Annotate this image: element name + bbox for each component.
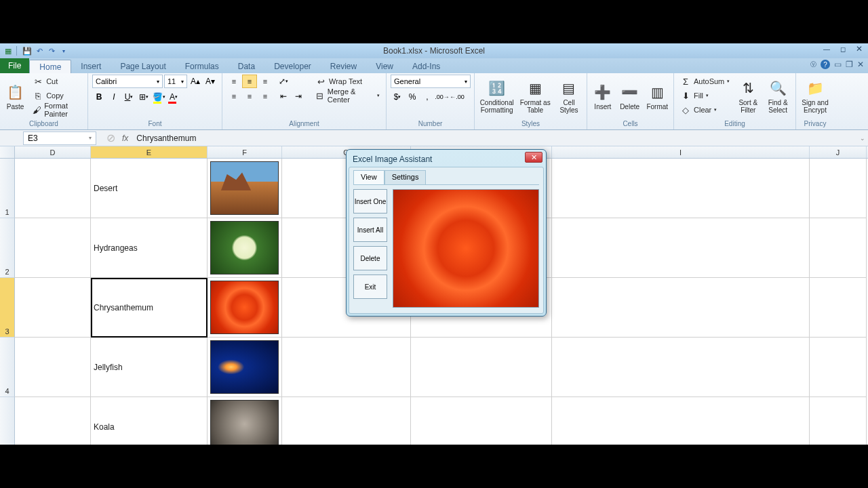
window-close-inner-icon[interactable]: ✕ — [857, 60, 864, 69]
cell-J2[interactable] — [810, 218, 867, 278]
window-restore-inner-icon[interactable]: ❐ — [846, 60, 853, 69]
dialog-tab-settings[interactable]: Settings — [384, 170, 427, 184]
cell-I2[interactable] — [552, 218, 810, 278]
tab-page-layout[interactable]: Page Layout — [111, 60, 175, 73]
cell-E3[interactable]: Chrysanthemum — [91, 278, 208, 338]
number-format-combo[interactable]: General▾ — [391, 75, 471, 88]
percent-button[interactable]: % — [406, 90, 419, 104]
col-header-J[interactable]: J — [810, 146, 867, 158]
align-left-button[interactable]: ≡ — [226, 89, 241, 103]
copy-button[interactable]: ⎘Copy — [31, 89, 83, 102]
align-center-button[interactable]: ≡ — [242, 89, 257, 103]
cell-H4[interactable] — [411, 338, 552, 397]
row-header-4[interactable]: 4 — [0, 338, 15, 397]
cell-J1[interactable] — [810, 159, 867, 218]
find-select-button[interactable]: 🔍Find & Select — [764, 75, 791, 118]
cell-D1[interactable] — [15, 159, 91, 218]
increase-indent-button[interactable]: ⇥ — [292, 89, 305, 103]
desert-thumbnail[interactable] — [210, 161, 279, 215]
increase-decimal-button[interactable]: .00→ — [435, 90, 449, 104]
cell-G4[interactable] — [282, 338, 411, 397]
row-header-3[interactable]: 3 — [0, 278, 15, 338]
sort-filter-button[interactable]: ⇅Sort & Filter — [736, 75, 760, 118]
cell-F4[interactable] — [208, 338, 282, 397]
help-dropdown-icon[interactable]: ⓥ — [810, 60, 816, 69]
col-header-F[interactable]: F — [208, 146, 282, 158]
clear-button[interactable]: ◇Clear▾ — [678, 103, 732, 117]
cell-E5[interactable]: Koala — [91, 397, 208, 445]
cell-E4[interactable]: Jellyfish — [91, 338, 208, 397]
row-header-5[interactable]: 5 — [0, 397, 15, 445]
chrys-thumbnail[interactable] — [210, 281, 279, 334]
cell-I3[interactable] — [552, 278, 810, 338]
restore-button[interactable]: ◻ — [835, 44, 850, 54]
border-button[interactable]: ⊞▾ — [137, 90, 151, 104]
qat-customize-icon[interactable]: ▾ — [58, 45, 69, 56]
cell-D3[interactable] — [15, 278, 91, 338]
font-size-combo[interactable]: 11▾ — [164, 75, 187, 88]
increase-font-button[interactable]: A▴ — [189, 75, 202, 88]
tab-add-ins[interactable]: Add-Ins — [403, 60, 450, 73]
cell-F3[interactable] — [208, 278, 282, 338]
save-icon[interactable]: 💾 — [22, 45, 33, 56]
italic-button[interactable]: I — [107, 90, 121, 104]
tab-view[interactable]: View — [366, 60, 403, 73]
insert-one-button[interactable]: Insert One — [353, 189, 387, 214]
cell-J5[interactable] — [810, 397, 867, 445]
format-as-table-button[interactable]: ▦Format as Table — [519, 75, 551, 118]
bold-button[interactable]: B — [92, 90, 106, 104]
redo-icon[interactable]: ↷ — [46, 45, 57, 56]
hydrangea-thumbnail[interactable] — [210, 221, 279, 274]
autosum-button[interactable]: ΣAutoSum▾ — [678, 75, 732, 88]
cell-I5[interactable] — [552, 397, 810, 445]
decrease-indent-button[interactable]: ⇤ — [277, 89, 290, 103]
cell-D4[interactable] — [15, 338, 91, 397]
cell-F2[interactable] — [208, 218, 282, 278]
align-middle-button[interactable]: ≡ — [242, 75, 257, 88]
col-header-D[interactable]: D — [15, 146, 91, 158]
help-icon[interactable]: ? — [821, 60, 830, 69]
koala-thumbnail[interactable] — [210, 400, 279, 445]
insert-cells-button[interactable]: ➕Insert — [591, 75, 614, 118]
col-header-I[interactable]: I — [552, 146, 810, 158]
row-header-2[interactable]: 2 — [0, 218, 15, 278]
paste-button[interactable]: 📋 Paste — [4, 75, 26, 118]
undo-icon[interactable]: ↶ — [34, 45, 45, 56]
cell-I1[interactable] — [552, 159, 810, 218]
orientation-button[interactable]: ⤢▾ — [277, 75, 290, 88]
cut-button[interactable]: ✂Cut — [31, 75, 83, 88]
delete-cells-button[interactable]: ➖Delete — [618, 75, 642, 118]
accounting-format-button[interactable]: $▾ — [391, 90, 404, 104]
cell-styles-button[interactable]: ▤Cell Styles — [555, 75, 583, 118]
dialog-title-bar[interactable]: Excel Image Assistant ✕ — [349, 152, 544, 167]
minimize-button[interactable]: — — [819, 44, 834, 54]
close-button[interactable]: ✕ — [852, 44, 867, 54]
decrease-font-button[interactable]: A▾ — [203, 75, 217, 88]
formula-input[interactable]: Chrysanthemum — [134, 134, 196, 143]
row-header-1[interactable]: 1 — [0, 159, 15, 218]
font-color-button[interactable]: A▾ — [167, 90, 180, 104]
delete-button[interactable]: Delete — [353, 246, 387, 270]
file-tab[interactable]: File — [0, 58, 29, 73]
conditional-formatting-button[interactable]: 🔢Conditional Formatting — [479, 75, 515, 118]
cell-J4[interactable] — [810, 338, 867, 397]
tab-review[interactable]: Review — [321, 60, 366, 73]
comma-button[interactable]: , — [420, 90, 434, 104]
dialog-close-button[interactable]: ✕ — [525, 152, 542, 163]
expand-formula-bar-icon[interactable]: ⌄ — [860, 135, 865, 142]
jelly-thumbnail[interactable] — [210, 340, 279, 394]
cell-F1[interactable] — [208, 159, 282, 218]
cell-E1[interactable]: Desert — [91, 159, 208, 218]
underline-button[interactable]: U▾ — [122, 90, 136, 104]
fill-button[interactable]: ⬇Fill▾ — [678, 89, 732, 102]
insert-all-button[interactable]: Insert All — [353, 218, 387, 242]
wrap-text-button[interactable]: ↩Wrap Text — [313, 75, 382, 88]
exit-button[interactable]: Exit — [353, 274, 387, 299]
cancel-formula-icon[interactable]: ⊘ — [104, 131, 117, 144]
fill-color-button[interactable]: 🪣▾ — [152, 90, 165, 104]
merge-center-button[interactable]: ⊟Merge & Center▾ — [313, 89, 382, 102]
cell-D2[interactable] — [15, 218, 91, 278]
cell-E2[interactable]: Hydrangeas — [91, 218, 208, 278]
col-header-E[interactable]: E — [91, 146, 208, 158]
sign-encrypt-button[interactable]: 📁Sign and Encrypt — [800, 75, 830, 118]
